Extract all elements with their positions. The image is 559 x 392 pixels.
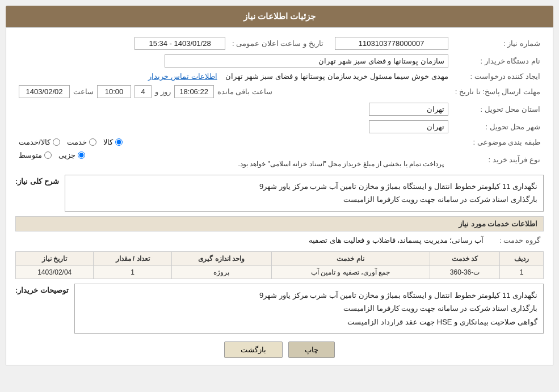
buyer-notes-label: توصیحات خریدار: [15, 284, 69, 294]
col-header-row: ردیف [500, 251, 544, 265]
process-option-jozi[interactable]: جزیی [58, 151, 85, 159]
time-label: ساعت [73, 87, 94, 96]
category-option-khedmat[interactable]: خدمت [67, 138, 96, 146]
buttons-row: بازگشت چاپ [15, 342, 544, 358]
buyer-org-value: سازمان پوستانها و فضای سبز شهر تهران [165, 54, 448, 68]
need-number-value: 1103103778000007 [335, 37, 448, 50]
contact-link[interactable]: اطلاعات تماس خریدار [148, 72, 217, 81]
announce-date-label: تاریخ و ساعت اعلان عمومی : [229, 35, 327, 52]
need-number-label: شماره نیاز : [452, 35, 544, 52]
announce-date-value: 1403/01/28 - 15:34 [135, 37, 225, 50]
service-group-label: گروه خدمت : [487, 234, 544, 247]
days-label: روز و [155, 87, 171, 96]
print-button[interactable]: چاپ [288, 342, 335, 358]
col-header-unit: واحد اندازه گیری [171, 251, 271, 265]
remaining-label: ساعت باقی مانده [217, 87, 272, 96]
creator-value: مهدی خوش سیما مسئول خرید سازمان پوستانها… [225, 72, 448, 81]
process-label: نوع فرآیند خرید : [452, 149, 544, 170]
creator-label: ایجاد کننده درخواست : [452, 70, 544, 83]
process-option-motawaset[interactable]: متوسط [19, 151, 52, 159]
cell-code: ت-36-360 [430, 265, 500, 279]
col-header-qty: تعداد / مقدار [94, 251, 171, 265]
col-header-name: نام خدمت [271, 251, 430, 265]
response-time: 10:00 [97, 85, 131, 98]
services-section-title: اطلاعات خدمات مورد نیاز [15, 216, 544, 231]
col-header-date: تاریخ نیاز [16, 251, 94, 265]
service-group-value: آب رسانی؛ مدیریت پسماند، فاضلاب و فعالیت… [15, 234, 487, 247]
back-button[interactable]: بازگشت [224, 342, 283, 358]
city-value: تهران [369, 120, 448, 133]
cell-name: جمع آوری، تصفیه و تامین آب [271, 265, 430, 279]
services-table: ردیف کد خدمت نام خدمت واحد اندازه گیری ت… [15, 251, 544, 279]
province-value: تهران [369, 103, 448, 116]
page-title: جزئیات اطلاعات نیاز [6, 6, 553, 27]
category-label: طبقه بندی موضوعی : [452, 136, 544, 149]
process-note: پرداخت تمام یا بخشی از مبلغ خریداز محل "… [238, 160, 444, 168]
need-description-box: نگهداری 11 کیلومتر خطوط انتقال و ایستگاه… [65, 175, 544, 212]
cell-qty: 1 [94, 265, 171, 279]
need-description-label: شرح کلی نیاز: [15, 175, 59, 186]
response-deadline-label: مهلت ارسال پاسخ: تا تاریخ : [452, 83, 544, 100]
col-header-code: کد خدمت [430, 251, 500, 265]
province-label: استان محل تحویل : [452, 100, 544, 118]
city-label: شهر محل تحویل : [452, 118, 544, 136]
table-row: 1 ت-36-360 جمع آوری، تصفیه و تامین آب پر… [16, 265, 544, 279]
response-days: 4 [135, 85, 152, 98]
response-date: 1403/02/02 [19, 85, 70, 98]
category-option-kala[interactable]: کالا [103, 138, 123, 146]
category-option-kala-khedmat[interactable]: کالا/خدمت [19, 138, 60, 146]
buyer-org-label: نام دستگاه خریدار : [452, 52, 544, 70]
cell-unit: پروژه [171, 265, 271, 279]
cell-row-num: 1 [500, 265, 544, 279]
response-remaining: 18:06:22 [174, 85, 214, 98]
buyer-notes-box: نگهداری 11 کیلومتر خطوط انتقال و ایستگاه… [74, 284, 544, 334]
cell-date: 1403/02/04 [16, 265, 94, 279]
